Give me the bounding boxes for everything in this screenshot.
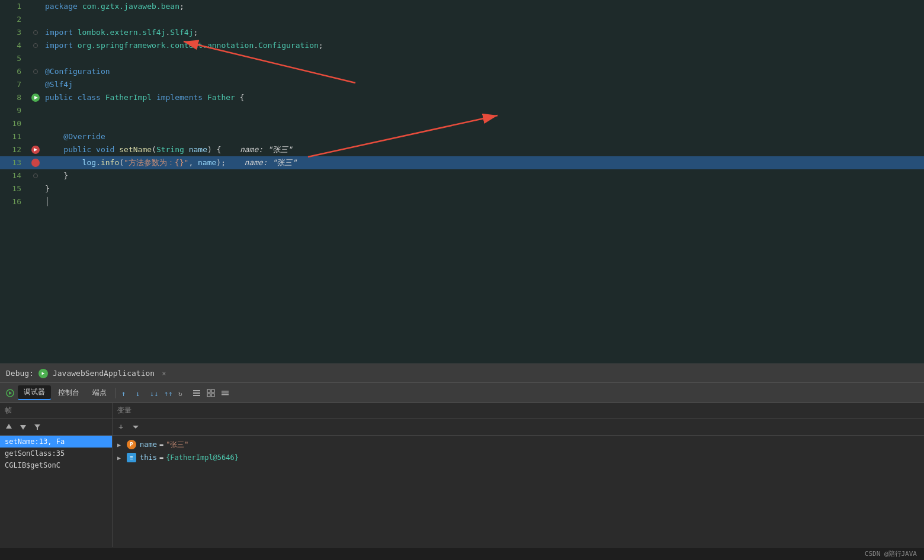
step-out-icon: ↓↓ (149, 388, 159, 398)
code-line-10: 10 (0, 117, 924, 130)
toolbar-separator-1 (116, 388, 116, 398)
gutter-icon-6 (33, 69, 38, 74)
line-number-8: 8 (0, 91, 28, 104)
var-expand-this: ▶ (117, 455, 127, 461)
step-over-icon: ↑ (121, 388, 130, 398)
frame-item-0[interactable]: setName:13, Fa (0, 436, 112, 448)
var-this-label: this (140, 453, 157, 462)
svg-marker-24 (6, 424, 12, 429)
debug-toolbar: 调试器 控制台 端点 ↑ ↓ ↓↓ ↑↑ (0, 383, 924, 403)
line-content-11: @Override (43, 130, 912, 143)
frame-item-1[interactable]: getSonClass:35 (0, 448, 112, 459)
var-expand-name: ▶ (117, 442, 127, 448)
frames-down-button[interactable] (17, 420, 30, 433)
frame-item-2[interactable]: CGLIB$getSonC (0, 459, 112, 471)
step-out-button[interactable]: ↓↓ (147, 387, 161, 400)
variables-list: ▶ P name = "张三" ▶ ≡ this = {FatherImpl@5… (113, 436, 924, 547)
code-line-14: 14 } (0, 169, 924, 182)
line-content-3: import lombok.extern.slf4j.Slf4j; (43, 26, 912, 39)
run-icon-8 (31, 93, 40, 102)
run-to-cursor-icon: ↑↑ (163, 388, 173, 398)
svg-rect-16 (193, 395, 200, 396)
footer-attribution: CSDN @陪行JAVA (865, 549, 917, 558)
line-number-7: 7 (0, 78, 28, 91)
code-line-13: 13 log.info("方法参数为：{}", name); name: "张三… (0, 156, 924, 169)
code-line-1: 1 package com.gztx.javaweb.bean; (0, 0, 924, 13)
line-number-10: 10 (0, 117, 28, 130)
gutter-icon-4 (33, 43, 38, 48)
app-name: JavawebSendApplication (53, 369, 155, 378)
var-equals-this: = (159, 453, 163, 462)
frames-down-icon (19, 423, 27, 431)
svg-rect-14 (193, 390, 200, 391)
line-number-9: 9 (0, 104, 28, 117)
svg-point-4 (31, 159, 40, 167)
line-number-12: 12 (0, 143, 28, 156)
run-to-cursor-button[interactable]: ↑↑ (162, 387, 175, 400)
code-line-8: 8 public class FatherImpl implements Fat… (0, 91, 924, 104)
svg-marker-28 (133, 426, 139, 429)
var-value-name: "张三" (166, 440, 188, 450)
grid-button[interactable] (204, 387, 217, 400)
svg-rect-23 (222, 394, 229, 395)
variable-this-item[interactable]: ▶ ≡ this = {FatherImpl@5646} (113, 451, 924, 464)
grid-icon (206, 388, 216, 398)
gutter-13[interactable] (28, 158, 43, 168)
svg-text:↓: ↓ (136, 390, 140, 398)
var-add-button[interactable]: + (115, 420, 128, 433)
lines-button[interactable] (219, 387, 232, 400)
svg-rect-21 (222, 391, 229, 392)
svg-text:+: + (118, 423, 123, 431)
tab-console[interactable]: 控制台 (52, 386, 85, 400)
frames-up-icon (5, 423, 13, 431)
line-content-16: │ (43, 195, 912, 208)
svg-marker-26 (34, 424, 40, 430)
gutter-4[interactable] (28, 43, 43, 48)
line-number-14: 14 (0, 169, 28, 182)
line-number-3: 3 (0, 26, 28, 39)
debug-panel: Debug: ▶ JavawebSendApplication × 调试器 控制… (0, 363, 924, 547)
frames-filter-button[interactable] (31, 420, 44, 433)
step-over-button[interactable]: ↑ (119, 387, 132, 400)
trace-button[interactable] (190, 387, 203, 400)
code-line-9: 9 (0, 104, 924, 117)
svg-marker-8 (9, 391, 12, 395)
code-line-6: 6 @Configuration (0, 65, 924, 78)
evaluate-button[interactable]: ↻ (176, 387, 189, 400)
gutter-icon-3 (33, 30, 38, 35)
code-line-3: 3 import lombok.extern.slf4j.Slf4j; (0, 26, 924, 39)
tab-debugger[interactable]: 调试器 (18, 385, 51, 400)
line-content-4: import org.springframework.context.annot… (43, 39, 912, 52)
step-into-button[interactable]: ↓ (133, 387, 146, 400)
line-content-7: @Slf4j (43, 78, 912, 91)
gutter-14[interactable] (28, 173, 43, 178)
variable-name-item[interactable]: ▶ P name = "张三" (113, 438, 924, 451)
svg-rect-15 (193, 392, 200, 394)
svg-text:↑↑: ↑↑ (164, 390, 172, 398)
trace-icon (192, 388, 201, 398)
var-expand-button[interactable] (129, 420, 142, 433)
gutter-3[interactable] (28, 30, 43, 35)
debug-arrow-icon-12 (31, 145, 40, 155)
svg-text:↻: ↻ (178, 390, 182, 398)
line-number-6: 6 (0, 65, 28, 78)
var-value-this: {FatherImpl@5646} (166, 453, 239, 462)
gutter-12[interactable] (28, 145, 43, 155)
tab-endpoints[interactable]: 端点 (86, 386, 113, 400)
breakpoint-icon-13 (31, 158, 40, 168)
line-number-2: 2 (0, 13, 28, 26)
frames-list: setName:13, Fa getSonClass:35 CGLIB$getS… (0, 436, 112, 547)
resume-button[interactable] (4, 387, 17, 400)
variables-header: 变量 (113, 403, 924, 419)
gutter-icon-14 (33, 173, 38, 178)
var-expand-icon (131, 423, 140, 431)
app-icon: ▶ (38, 369, 48, 378)
frames-up-button[interactable] (2, 420, 15, 433)
gutter-8[interactable] (28, 93, 43, 102)
close-button[interactable]: × (162, 369, 166, 378)
debug-label: Debug: (6, 369, 34, 378)
gutter-6[interactable] (28, 69, 43, 74)
code-line-12: 12 public void setName(String name) { na… (0, 143, 924, 156)
variables-toolbar: + (113, 419, 924, 436)
frames-toolbar (0, 419, 112, 436)
